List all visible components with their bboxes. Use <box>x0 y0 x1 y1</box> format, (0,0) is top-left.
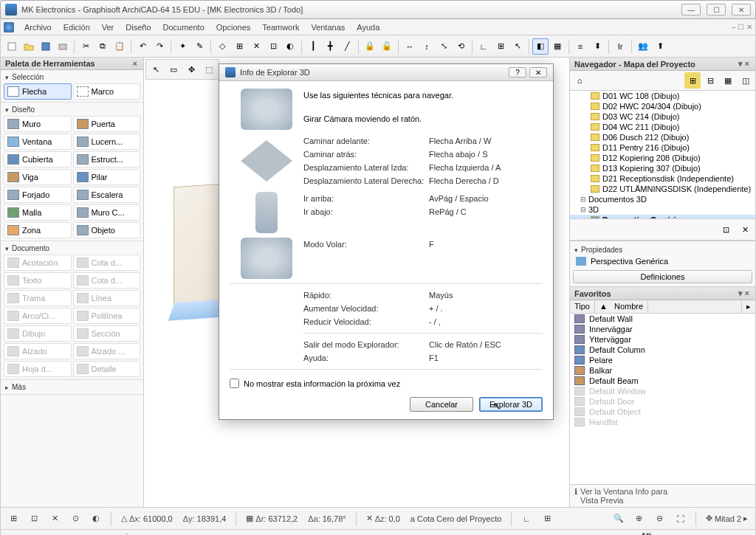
nav-publisher-icon[interactable]: ◫ <box>738 72 754 89</box>
tool-polilinea[interactable]: Polilínea <box>73 308 141 324</box>
tb-redo-icon[interactable]: ↷ <box>151 38 168 55</box>
tb-team-icon[interactable]: 👥 <box>635 38 651 55</box>
fav-item[interactable]: Default Object <box>570 407 755 417</box>
tb-snap5-icon[interactable]: ◐ <box>282 38 298 55</box>
tool-arco[interactable]: Arco/Ci... <box>4 308 72 324</box>
tb-open-icon[interactable] <box>21 38 37 55</box>
tool-muro[interactable]: Muro <box>4 116 72 132</box>
menu-ventanas[interactable]: Ventanas <box>305 21 351 33</box>
tb-view3d-icon[interactable]: ◧ <box>532 38 549 55</box>
tb-layers-icon[interactable]: ≡ <box>572 38 588 55</box>
tree-item[interactable]: D11 Pentry 216 (Dibujo) <box>570 142 755 153</box>
menu-diseno[interactable]: Diseño <box>120 21 157 33</box>
tool-acotacion[interactable]: Acotación <box>4 255 72 271</box>
tool-alzado-int[interactable]: Alzado ... <box>73 343 141 359</box>
tool-linea[interactable]: Línea <box>73 290 141 306</box>
tb-ortho-icon[interactable]: ∟ <box>475 38 492 55</box>
tb-cursor-icon[interactable]: ↖ <box>509 38 526 55</box>
tool-hoja[interactable]: Hoja d... <box>4 361 72 377</box>
cv-layers-icon[interactable]: ⬚ <box>201 61 217 77</box>
tool-trama[interactable]: Trama <box>4 290 72 306</box>
tb-copy-icon[interactable]: ⧉ <box>94 38 111 55</box>
coord-snap2-icon[interactable]: ⊡ <box>26 511 42 527</box>
cv-select-icon[interactable]: ▭ <box>165 61 182 77</box>
tb-snap3-icon[interactable]: ✕ <box>248 38 264 55</box>
tree-item[interactable]: D04 WC 211 (Dibujo) <box>570 122 755 132</box>
tb-dim4-icon[interactable]: ⟲ <box>453 38 469 55</box>
no-show-again-checkbox[interactable] <box>230 379 239 388</box>
dialog-help-icon[interactable]: ? <box>509 67 526 77</box>
fav-item[interactable]: Ytterväggar <box>570 334 755 345</box>
menu-ver[interactable]: Ver <box>96 21 120 33</box>
mdi-close-icon[interactable]: – ☐ ✕ <box>732 23 752 31</box>
tb-wand-icon[interactable]: ✦ <box>174 38 190 55</box>
tree-item[interactable]: D02 HWC 204/304 (Dibujo) <box>570 101 755 111</box>
tb-guide2-icon[interactable]: ╋ <box>322 38 338 55</box>
menu-teamwork[interactable]: Teamwork <box>256 21 305 33</box>
tree-item[interactable]: D03 WC 214 (Dibujo) <box>570 111 755 122</box>
tb-save-icon[interactable] <box>38 38 54 55</box>
section-mas[interactable]: Más <box>4 382 140 393</box>
menu-archivo[interactable]: Archivo <box>18 21 58 33</box>
coord-zoom2-icon[interactable]: ⊕ <box>631 511 647 527</box>
coord-mitad[interactable]: ✥ Mitad 2 ▸ <box>703 514 751 523</box>
fav-item[interactable]: Default Door <box>570 396 755 407</box>
coord-ortho-icon[interactable]: ∟ <box>518 511 535 527</box>
tb-snap4-icon[interactable]: ⊡ <box>265 38 281 55</box>
tool-cubierta[interactable]: Cubierta <box>4 151 72 168</box>
tb-lock-icon[interactable]: 🔒 <box>362 38 378 55</box>
coord-zoom1-icon[interactable]: 🔍 <box>611 511 627 527</box>
tool-estructura[interactable]: Estruct... <box>73 151 141 168</box>
tool-lucernario[interactable]: Lucern... <box>73 134 141 150</box>
coord-zoom3-icon[interactable]: ⊖ <box>652 511 668 527</box>
tool-malla[interactable]: Malla <box>4 204 72 221</box>
fav-item[interactable]: Handfat <box>570 417 755 427</box>
tb-dim1-icon[interactable]: ↔ <box>402 38 418 55</box>
coord-snap3-icon[interactable]: ✕ <box>47 511 63 527</box>
cv-move-icon[interactable]: ✥ <box>183 61 199 77</box>
tree-group-3d[interactable]: 3D <box>570 204 755 215</box>
fav-item[interactable]: Pelare <box>570 355 755 365</box>
coord-fit-icon[interactable]: ⛶ <box>673 511 689 527</box>
fav-item[interactable]: Default Window <box>570 386 755 396</box>
definitions-button[interactable]: Definiciones <box>573 270 752 283</box>
maximize-button[interactable]: ☐ <box>707 4 726 15</box>
tb-unlock-icon[interactable]: 🔓 <box>379 38 395 55</box>
tool-detalle[interactable]: Detalle <box>73 361 141 377</box>
navigator-tree[interactable]: D01 WC 108 (Dibujo) D02 HWC 204/304 (Dib… <box>570 91 755 219</box>
section-seleccion[interactable]: Selección <box>4 72 140 83</box>
menu-opciones[interactable]: Opciones <box>210 21 256 33</box>
tool-zona[interactable]: Zona <box>4 222 72 238</box>
tool-viga[interactable]: Viga <box>4 169 72 185</box>
dialog-close-icon[interactable]: ✕ <box>529 67 547 77</box>
tree-item[interactable]: D22 UTLÄMNINGSDISK (Independiente) <box>570 184 755 194</box>
tool-forjado[interactable]: Forjado <box>4 187 72 203</box>
tool-muro-cortina[interactable]: Muro C... <box>73 204 141 221</box>
tb-undo-icon[interactable]: ↶ <box>134 38 151 55</box>
close-button[interactable]: ✕ <box>732 4 751 15</box>
tree-item[interactable]: D21 Receptionsdisk (Independiente) <box>570 173 755 184</box>
coord-snap4-icon[interactable]: ⊙ <box>67 511 83 527</box>
fav-item[interactable]: Default Wall <box>570 314 755 324</box>
tb-cut-icon[interactable]: ✂ <box>78 38 94 55</box>
tb-publish-icon[interactable]: ⬆ <box>652 38 668 55</box>
toolbox-close-icon[interactable]: × <box>131 59 139 68</box>
cv-arrow-icon[interactable]: ↖ <box>148 61 164 77</box>
tree-item[interactable]: D13 Kopiering 307 (Dibujo) <box>570 163 755 173</box>
tb-story-icon[interactable]: ⬍ <box>589 38 605 55</box>
tb-guide3-icon[interactable]: ╱ <box>339 38 355 55</box>
tb-snap1-icon[interactable]: ◇ <box>214 38 230 55</box>
favorites-list[interactable]: Default Wall Innerväggar Ytterväggar Def… <box>570 314 755 484</box>
tb-ruler-icon[interactable]: Ir <box>612 38 628 55</box>
nav-layout-icon[interactable]: ▦ <box>720 72 736 89</box>
favorites-close-icon[interactable]: ▾ × <box>737 289 751 298</box>
tool-ventana[interactable]: Ventana <box>4 134 72 150</box>
tool-alzado[interactable]: Alzado <box>4 343 72 359</box>
tree-item[interactable]: D01 WC 108 (Dibujo) <box>570 91 755 101</box>
tb-snap2-icon[interactable]: ⊞ <box>231 38 247 55</box>
tb-viewplan-icon[interactable]: ▦ <box>549 38 566 55</box>
tree-group-docs3d[interactable]: Documentos 3D <box>570 194 755 204</box>
cancel-button[interactable]: Cancelar <box>410 397 473 412</box>
menu-ayuda[interactable]: Ayuda <box>351 21 385 33</box>
coord-snap1-icon[interactable]: ⊞ <box>5 511 21 527</box>
